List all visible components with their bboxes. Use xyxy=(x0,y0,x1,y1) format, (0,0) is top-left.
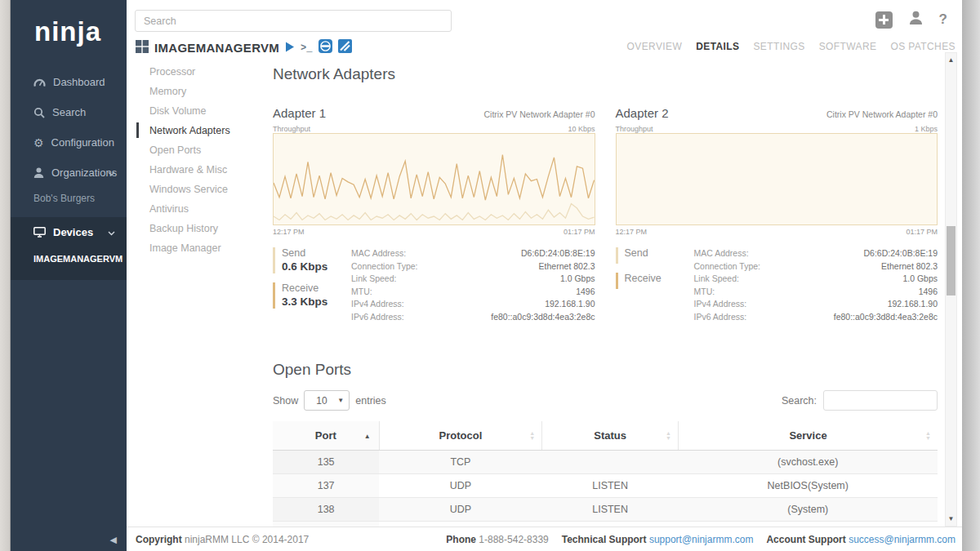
account-support-link[interactable]: success@ninjarmm.com xyxy=(849,534,956,545)
scrollbar-thumb[interactable] xyxy=(947,226,956,295)
sidebar-item-label: Configuration xyxy=(51,136,114,149)
table-search-input[interactable] xyxy=(823,390,938,411)
detail-value: 1496 xyxy=(919,286,938,299)
tab-overview[interactable]: OVERVIEW xyxy=(627,41,683,52)
scroll-up-icon[interactable]: ▲ xyxy=(946,56,956,64)
column-header-port[interactable]: Port▲ xyxy=(273,421,379,451)
tab-settings[interactable]: SETTINGS xyxy=(753,41,804,52)
detail-value: D6:6D:24:0B:8E:19 xyxy=(864,247,938,260)
cell-status: LISTEN xyxy=(542,498,679,522)
tab-details[interactable]: DETAILS xyxy=(696,41,739,52)
chevron-down-icon xyxy=(108,226,115,238)
receive-value xyxy=(625,285,694,289)
detail-label: MAC Address: xyxy=(351,247,406,260)
send-value xyxy=(625,260,694,264)
detail-value: D6:6D:24:0B:8E:19 xyxy=(521,247,595,260)
sidebar-item-search[interactable]: Search xyxy=(11,97,127,127)
subnav-item-backup-history[interactable]: Backup History xyxy=(136,219,259,238)
sidebar-item-dashboard[interactable]: Dashboard xyxy=(11,67,127,97)
column-header-service[interactable]: Service▲▼ xyxy=(679,421,938,451)
copyright: Copyright ninjaRMM LLC © 2014-2017 xyxy=(136,534,309,545)
adapter-device-name: Citrix PV Network Adapter #0 xyxy=(484,109,595,119)
send-value: 0.6 Kbps xyxy=(282,260,351,273)
detail-label: MTU: xyxy=(351,286,372,299)
teamviewer-icon[interactable] xyxy=(318,39,332,56)
receive-label: Receive xyxy=(282,282,351,295)
person-icon xyxy=(33,167,44,179)
sort-asc-icon: ▲ xyxy=(364,432,371,439)
details-subnav: Processor Memory Disk Volume Network Ada… xyxy=(136,62,259,258)
subnav-item-open-ports[interactable]: Open Ports xyxy=(136,140,259,160)
detail-value: 1.0 Gbps xyxy=(560,273,595,286)
subnav-item-image-manager[interactable]: Image Manager xyxy=(136,238,259,258)
subnav-item-memory[interactable]: Memory xyxy=(136,82,259,101)
add-icon[interactable] xyxy=(875,11,893,29)
detail-label: MTU: xyxy=(694,286,715,299)
search-icon xyxy=(33,107,45,118)
chevron-down-icon xyxy=(108,167,115,179)
subnav-item-hardware-misc[interactable]: Hardware & Misc xyxy=(136,160,259,180)
sort-icon: ▲▼ xyxy=(666,431,671,441)
remote-session-icon[interactable] xyxy=(338,39,352,56)
adapter-panel-2: Adapter 2 Citrix PV Network Adapter #0 T… xyxy=(616,106,938,323)
entries-label: entries xyxy=(355,395,386,407)
sidebar-item-configuration[interactable]: ⚙ Configuration xyxy=(11,127,127,158)
sort-icon: ▲▼ xyxy=(925,431,931,441)
sidebar-collapse-icon[interactable]: ◀ xyxy=(110,535,117,545)
tab-software[interactable]: SOFTWARE xyxy=(819,41,877,52)
dashboard-icon xyxy=(33,77,46,88)
subnav-item-network-adapters[interactable]: Network Adapters xyxy=(136,121,259,140)
cell-port: 137 xyxy=(273,474,379,498)
subnav-item-windows-service[interactable]: Windows Service xyxy=(136,180,259,199)
show-label: Show xyxy=(273,395,298,407)
breadcrumb: IMAGEMANAGERVM >_ xyxy=(136,39,352,56)
table-header-row: Port▲ Protocol▲▼ Status▲▼ Service▲▼ xyxy=(273,421,938,451)
adapter-panel-1: Adapter 1 Citrix PV Network Adapter #0 T… xyxy=(273,106,595,323)
page-size-select[interactable]: 10 ▼ xyxy=(304,390,350,411)
help-icon[interactable]: ? xyxy=(939,11,947,28)
vertical-scrollbar[interactable]: ▲ ▼ xyxy=(945,52,957,527)
detail-value: Ethernet 802.3 xyxy=(539,260,595,273)
sidebar-item-devices[interactable]: Devices xyxy=(11,217,127,247)
terminal-icon[interactable]: >_ xyxy=(301,42,312,54)
subnav-item-antivirus[interactable]: Antivirus xyxy=(136,199,259,219)
detail-label: Link Speed: xyxy=(351,273,396,286)
cell-status: LISTEN xyxy=(542,474,679,498)
column-header-protocol[interactable]: Protocol▲▼ xyxy=(379,421,541,451)
column-header-status[interactable]: Status▲▼ xyxy=(542,421,679,451)
tab-os-patches[interactable]: OS PATCHES xyxy=(890,41,956,52)
sidebar-item-label: Devices xyxy=(53,226,93,238)
cell-port: 138 xyxy=(273,498,379,522)
global-search-input[interactable] xyxy=(135,10,452,32)
subnav-item-disk-volume[interactable]: Disk Volume xyxy=(136,101,259,121)
adapter-name: Adapter 2 xyxy=(616,106,669,120)
throughput-label: Throughput xyxy=(273,125,310,133)
detail-label: IPv6 Address: xyxy=(694,311,747,324)
scroll-down-icon[interactable]: ▼ xyxy=(946,515,956,522)
detail-label: MAC Address: xyxy=(694,247,749,260)
play-icon[interactable] xyxy=(285,41,295,56)
subnav-item-processor[interactable]: Processor xyxy=(136,62,259,82)
device-tabs: OVERVIEW DETAILS SETTINGS SOFTWARE OS PA… xyxy=(627,41,956,52)
account-support: Account Support success@ninjarmm.com xyxy=(766,534,956,545)
x-end-label: 01:17 PM xyxy=(564,228,595,236)
user-icon[interactable] xyxy=(909,11,923,29)
table-row: 138 UDP LISTEN (System) xyxy=(273,498,938,522)
cell-protocol: TCP xyxy=(379,451,541,474)
table-search-label: Search: xyxy=(782,395,817,407)
chevron-down-icon: ▼ xyxy=(337,397,344,404)
sidebar-item-bobs-burgers[interactable]: Bob's Burgers xyxy=(11,188,127,212)
detail-label: IPv4 Address: xyxy=(694,298,747,311)
detail-value: 192.168.1.90 xyxy=(545,298,595,311)
tech-support-link[interactable]: support@ninjarmm.com xyxy=(649,534,754,545)
throughput-label: Throughput xyxy=(616,125,653,133)
sidebar-item-organizations[interactable]: Organizations xyxy=(11,158,127,188)
sidebar-item-imagemanagervm[interactable]: IMAGEMANAGERVM xyxy=(11,247,127,272)
send-label: Send xyxy=(625,247,694,260)
window-frame-right xyxy=(962,0,980,551)
app-window: ninja Dashboard Search ⚙ Configuration xyxy=(0,0,980,551)
cell-service: NetBIOS(System) xyxy=(679,474,938,498)
detail-value: 192.168.1.90 xyxy=(888,298,938,311)
sidebar-item-label: Dashboard xyxy=(53,76,105,88)
x-start-label: 12:17 PM xyxy=(273,228,305,236)
